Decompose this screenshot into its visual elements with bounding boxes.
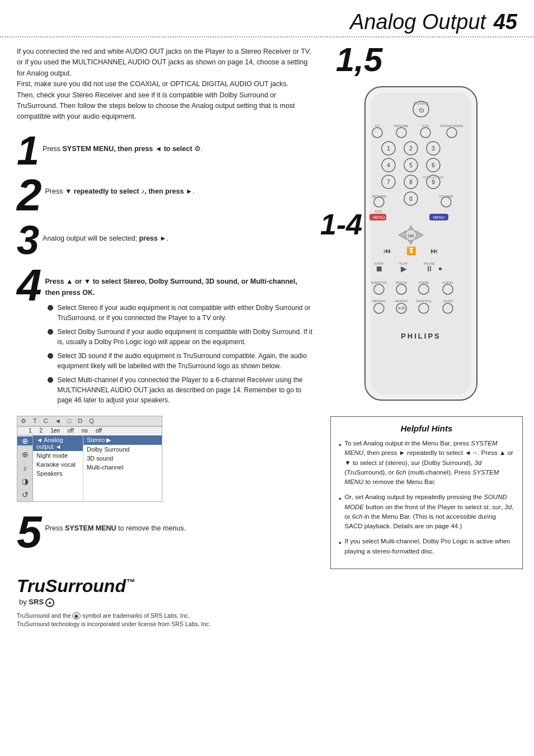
trusurround-logo-text: TruSurround™ [17,576,135,596]
right-column: 1,5 ⏻ POWER T-C RESUME FTS SOUND MODE [325,37,534,640]
svg-text:DISPLAY DIM: DISPLAY DIM [423,176,443,179]
svg-text:⏬: ⏬ [406,246,416,256]
page-number: 45 [494,10,517,34]
bullet-dot [48,377,53,383]
bullet-dot [48,329,53,335]
menu-icon-2: ♪ [23,463,27,472]
bullet-stereo: Select Stereo if your audio equipment is… [48,303,314,323]
menu-sub-bar: 1 2 1en off no off [17,426,162,434]
svg-text:4: 4 [387,162,390,168]
step-2-text: Press ▼ repeatedly to select ♪, then pre… [45,175,314,197]
svg-text:0: 0 [409,196,413,202]
hint-3-text: If you select Multi-channel, Dolby Pro L… [345,537,514,556]
step-5: 5 Press SYSTEM MENU to remove the menus. [17,512,313,552]
svg-text:RESUME: RESUME [394,124,409,128]
menu-icon-active: ⊕ [17,436,32,445]
trusurround-footnote: TruSurround and the ◉ symbol are tradema… [17,612,313,630]
svg-text:ANGLE: ANGLE [396,281,407,284]
step-1: 1 Press SYSTEM MENU, then press ◄ to sel… [17,133,313,169]
svg-text:⏻: ⏻ [419,107,424,113]
helpful-hints-list: • To set Analog output in the Menu Bar, … [339,439,514,556]
svg-text:9: 9 [432,179,435,185]
menu-body: ⊕ ⊕ ♪ ◑ ↺ ◄ Analog output ◄ Night mode K… [17,434,162,501]
menu-item-karaoke: Karaoke vocal [33,460,83,469]
svg-text:MENU: MENU [373,215,385,219]
svg-text:SUBTITLE: SUBTITLE [371,281,387,284]
menu-icon-1: ⊕ [22,450,29,459]
svg-text:6: 6 [432,162,435,168]
svg-text:ZOOM: ZOOM [419,281,429,284]
svg-text:⏭: ⏭ [430,246,438,255]
right-step-label-15: 1,5 [330,43,523,77]
step-4: 4 Press ▲ or ▼ to select Stereo, Dolby S… [17,265,313,409]
svg-text:8: 8 [409,179,413,185]
step-3: 3 Analog output will be selected; press … [17,222,313,259]
step-1-number: 1 [17,133,39,169]
bullet-dolby: Select Dolby Surround if your audio equi… [48,327,314,347]
remote-svg: ⏻ POWER T-C RESUME FTS SOUND MODE 1 2 3 [348,81,494,406]
menu-item-analog: ◄ Analog output ◄ [33,435,83,451]
svg-rect-1 [371,92,471,395]
svg-text:MENU: MENU [433,215,445,219]
helpful-hints-box: Helpful Hints • To set Analog output in … [330,416,523,569]
svg-text:SCAN: SCAN [443,299,453,303]
right-step-label-14: 1-4 [320,210,362,239]
svg-text:⏮: ⏮ [383,246,391,255]
step-1-text: Press SYSTEM MENU, then press ◄ to selec… [43,133,313,154]
svg-text:A-B: A-B [398,306,405,310]
svg-text:DISC: DISC [375,210,383,213]
hint-bullet-1: • [339,440,341,451]
menu-item-night: Night mode [33,451,83,460]
svg-text:FTS: FTS [422,124,428,128]
srs-footnote-icon: ◉ [72,612,81,619]
svg-text:3: 3 [432,145,435,152]
svg-text:▶: ▶ [401,264,407,273]
menu-icon-4: ↺ [22,490,29,499]
page-header: Analog Output 45 [0,0,534,37]
bullet-multichannel: Select Multi-channel if you connected th… [48,375,314,405]
main-content: If you connected the red and white AUDIO… [0,37,534,640]
step-4-text: Press ▲ or ▼ to select Stereo, Dolby Sur… [45,265,314,409]
hint-2-text: Or, set Analog output by repeatedly pres… [345,492,514,531]
menu-list: ◄ Analog output ◄ Night mode Karaoke voc… [33,434,83,501]
step-2-number: 2 [17,175,42,215]
trusurround-section: TruSurround™ by SRS● TruSurround and the… [17,559,313,629]
menu-icons: ⊕ ⊕ ♪ ◑ ↺ [17,434,33,501]
menu-sub-multi: Multi-channel [83,463,162,472]
hint-1-text: To set Analog output in the Menu Bar, pr… [345,439,514,487]
page-title: Analog Output [350,10,486,34]
hint-3: • If you select Multi-channel, Dolby Pro… [339,537,514,556]
svg-text:⏺: ⏺ [438,266,443,271]
remote-illustration: ⏻ POWER T-C RESUME FTS SOUND MODE 1 2 3 [348,81,505,407]
bullet-3d: Select 3D sound if the audio equipment i… [48,351,314,371]
trusurround-sub: by SRS● [19,598,313,607]
step-5-text: Press SYSTEM MENU to remove the menus. [45,512,314,534]
svg-text:PHILIPS: PHILIPS [401,332,441,340]
step-2: 2 Press ▼ repeatedly to select ♪, then p… [17,175,313,215]
hint-bullet-2: • [339,494,341,505]
menu-screenshot: ⚙ T C ◄ □ D Q 1 2 1en off no off ⊕ [17,416,162,502]
svg-text:SYSTEM: SYSTEM [439,195,453,198]
menu-sub-3d: 3D sound [83,454,162,463]
intro-text: If you connected the red and white AUDIO… [17,46,313,123]
step-3-text: Analog output will be selected; press ►. [43,222,313,244]
menu-sub-list: Stereo ▶ Dolby Surround 3D sound Multi-c… [83,434,162,501]
svg-text:7: 7 [387,179,390,185]
svg-text:2: 2 [409,145,413,152]
helpful-hints-title: Helpful Hints [339,424,514,433]
step-5-number: 5 [17,512,42,552]
menu-item-speakers: Speakers [33,469,83,478]
step-4-number: 4 [17,265,42,306]
menu-sub-dolby: Dolby Surround [83,445,162,454]
hint-2: • Or, set Analog output by repeatedly pr… [339,492,514,531]
svg-text:SHUFFLE: SHUFFLE [416,299,431,303]
svg-text:SOUND MODE: SOUND MODE [440,124,463,128]
trusurround-logo-area: TruSurround™ by SRS● [17,576,313,607]
svg-text:1: 1 [387,145,390,152]
bullet-dot [48,353,53,359]
svg-text:⏸: ⏸ [425,264,433,273]
step-3-number: 3 [17,222,39,259]
menu-sub-stereo: Stereo ▶ [83,435,162,445]
step-4-bullets: Select Stereo if your audio equipment is… [45,303,314,405]
svg-text:REPEAT: REPEAT [395,299,408,303]
